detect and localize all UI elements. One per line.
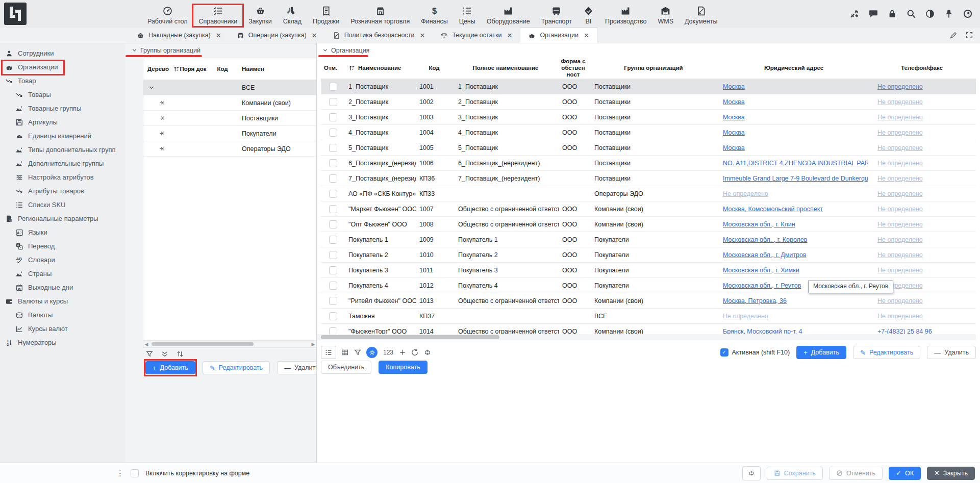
expand-node-icon[interactable]	[159, 145, 165, 152]
menu-item-prices[interactable]: Цены	[454, 3, 481, 28]
row-checkbox[interactable]	[329, 205, 337, 213]
sidebar-item-translation[interactable]: Перевод	[0, 239, 125, 253]
sidebar-item-regional-params[interactable]: Региональные параметры	[0, 212, 125, 225]
row-checkbox[interactable]	[329, 174, 337, 183]
2_Поставщик[interactable]: 2_Поставщик 1002 2_Поставщик ООО Поставщ…	[321, 94, 976, 110]
sync-icon[interactable]	[423, 348, 432, 357]
column-header-phone-fax[interactable]: Телефон/факс	[868, 65, 976, 71]
org-legal-address-link[interactable]: Московская обл. , г. Королев	[723, 236, 807, 243]
4_Поставщик[interactable]: 4_Поставщик 1004 4_Поставщик ООО Поставщ…	[321, 125, 976, 140]
sidebar-item-currency-rates[interactable]: Курсы валют	[0, 322, 125, 336]
filter-icon[interactable]	[145, 350, 154, 358]
"Маркет Фьюжен" ООО[interactable]: "Маркет Фьюжен" ООО 1007 Общество с огра…	[321, 201, 976, 217]
row-checkbox[interactable]	[329, 144, 337, 152]
org-legal-address-link[interactable]: Не определено	[723, 190, 768, 197]
contrast-icon[interactable]	[925, 9, 935, 19]
menu-item-purchases[interactable]: Закупки	[243, 3, 278, 28]
org-phone-link[interactable]: Не определено	[877, 267, 923, 274]
column-header-ownership-form[interactable]: Форма собственност	[559, 58, 587, 78]
Поставщики[interactable]: Поставщики	[143, 111, 316, 126]
orgs-add-button[interactable]: +Добавить	[796, 346, 846, 359]
refresh-icon[interactable]	[411, 348, 419, 357]
orgs-delete-button[interactable]: —Удалить	[927, 346, 976, 359]
row-checkbox[interactable]	[329, 83, 337, 91]
groups-add-button[interactable]: +Добавить	[145, 361, 195, 374]
app-logo[interactable]	[4, 3, 27, 25]
scroll-right-arrow[interactable]: ▶	[310, 342, 316, 347]
org-phone-link[interactable]: Не определено	[877, 297, 923, 304]
sidebar-item-countries[interactable]: Страны	[0, 267, 125, 281]
row-checkbox[interactable]	[329, 220, 337, 228]
org-legal-address-link[interactable]: Москва	[723, 129, 745, 136]
menu-item-transport[interactable]: Транспорт	[536, 3, 577, 28]
lock-icon[interactable]	[887, 9, 897, 19]
groups-edit-button[interactable]: ✎Редактировать	[203, 361, 270, 374]
row-checkbox[interactable]	[329, 282, 337, 290]
sidebar-item-additional-groups[interactable]: Дополнительные группы	[0, 157, 125, 170]
org-legal-address-link[interactable]: Москва, Петровка, 36	[723, 297, 787, 304]
sidebar-item-units[interactable]: Единицы измерений	[0, 129, 125, 143]
row-checkbox[interactable]	[329, 159, 337, 167]
orgs-panel-title[interactable]: Организация	[317, 43, 980, 57]
menu-item-finance[interactable]: Финансы	[415, 3, 453, 28]
org-legal-address-link[interactable]: NO. A11,DISTRICT 4,ZHENGDA INDUSTRIAL PA…	[723, 160, 868, 167]
org-legal-address-link[interactable]: Московская обл., г. Реутов	[723, 282, 801, 289]
column-header-group[interactable]: Группа организаций	[587, 65, 720, 71]
org-legal-address-link[interactable]: Immeuble Grand Large 7-9 Boulevard de Du…	[723, 175, 868, 182]
scrollbar-thumb[interactable]	[152, 342, 254, 346]
settings-gear-icon[interactable]	[366, 347, 378, 358]
tab-invoices-purchase[interactable]: Накладные (закупка) ✕	[129, 28, 229, 43]
sort-icon[interactable]	[348, 65, 355, 71]
menu-item-production[interactable]: Производство	[599, 3, 652, 28]
tab-close-icon[interactable]: ✕	[584, 32, 589, 39]
Операторы ЭДО[interactable]: Операторы ЭДО	[143, 141, 316, 157]
tab-close-icon[interactable]: ✕	[420, 32, 425, 39]
edit-pencil-icon[interactable]	[949, 31, 958, 39]
search-icon[interactable]	[906, 9, 916, 19]
sidebar-item-articles[interactable]: Артикулы	[0, 115, 125, 129]
sidebar-item-organizations[interactable]: Организации	[0, 60, 125, 74]
table-view-icon[interactable]	[341, 348, 349, 357]
column-header-name[interactable]: Наимен	[238, 66, 316, 72]
filter-icon[interactable]	[354, 348, 362, 357]
Таможня[interactable]: Таможня КП37 ВСЕ Не определено Не опреде…	[321, 309, 976, 324]
sidebar-item-days-off[interactable]: Выходные дни	[0, 281, 125, 294]
menu-item-documents[interactable]: Документы	[679, 3, 723, 28]
expand-node-icon[interactable]	[159, 130, 165, 137]
org-phone-link[interactable]: Не определено	[877, 98, 923, 106]
collapse-all-icon[interactable]	[161, 350, 169, 358]
row-checkbox[interactable]	[329, 113, 337, 121]
menu-item-wms[interactable]: WMS	[652, 3, 679, 28]
org-phone-link[interactable]: Не определено	[877, 160, 923, 167]
reload-button[interactable]	[742, 466, 761, 480]
sidebar-item-product[interactable]: Товар	[0, 74, 125, 88]
kebab-menu-icon[interactable]: ⋮	[116, 469, 124, 478]
sort-order-icon[interactable]	[176, 350, 184, 358]
tab-operation-purchase[interactable]: Операция (закупка) ✕	[229, 28, 325, 43]
Покупатель 3[interactable]: Покупатель 3 1011 Покупатель 3 ООО Покуп…	[321, 263, 976, 278]
merge-button[interactable]: Объединить	[321, 361, 371, 374]
menu-item-retail[interactable]: Розничная торговля	[345, 3, 415, 28]
sidebar-item-currencies-rates[interactable]: Валюты и курсы	[0, 294, 125, 308]
org-phone-link[interactable]: Не определено	[877, 313, 923, 320]
eye-icon[interactable]	[963, 9, 973, 19]
menu-item-warehouse[interactable]: Склад	[278, 3, 307, 28]
row-checkbox[interactable]	[329, 129, 337, 137]
ok-button[interactable]: ✓ОК	[889, 467, 921, 480]
scroll-left-arrow[interactable]: ◀	[143, 342, 149, 347]
row-checkbox[interactable]	[329, 312, 337, 320]
org-legal-address-link[interactable]: Московская обл., г. Дмитров	[723, 251, 807, 259]
sidebar-item-employees[interactable]: Сотрудники	[0, 46, 125, 60]
tab-close-icon[interactable]: ✕	[216, 32, 221, 39]
sidebar-item-numerators[interactable]: Нумераторы	[0, 336, 125, 349]
org-phone-link[interactable]: Не определено	[877, 221, 923, 228]
orgs-edit-button[interactable]: ✎Редактировать	[853, 346, 920, 359]
collapse-chevron-icon[interactable]	[322, 47, 328, 53]
org-phone-link[interactable]: Не определено	[877, 129, 923, 136]
org-legal-address-link[interactable]: Не определено	[723, 313, 768, 320]
collapse-chevron-icon[interactable]	[132, 47, 137, 53]
close-button[interactable]: ✕Закрыть	[927, 467, 975, 480]
row-checkbox[interactable]	[329, 297, 337, 305]
Покупатели[interactable]: Покупатели	[143, 126, 316, 141]
"Ритейл Фьюжен" ООО[interactable]: "Ритейл Фьюжен" ООО 1013 Общество с огра…	[321, 293, 976, 309]
